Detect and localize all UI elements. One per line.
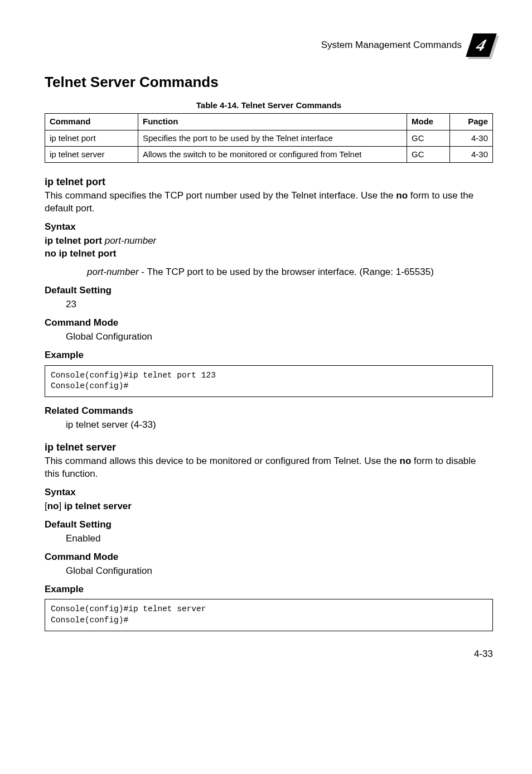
th-mode: Mode xyxy=(407,114,450,130)
desc-no-keyword: no xyxy=(396,190,408,201)
td-mode: GC xyxy=(407,130,450,146)
th-command: Command xyxy=(45,114,138,130)
bracket-close: ] xyxy=(59,501,64,511)
table-row: ip telnet port Specifies the port to be … xyxy=(45,130,493,146)
param-text: - The TCP port to be used by the browser… xyxy=(139,267,434,277)
command-mode-label: Command Mode xyxy=(45,317,493,330)
example-code-block: Console(config)#ip telnet port 123 Conso… xyxy=(45,365,493,397)
table-row: ip telnet server Allows the switch to be… xyxy=(45,146,493,162)
page-header: System Management Commands 4 xyxy=(45,33,493,57)
td-command: ip telnet server xyxy=(45,146,138,162)
param-desc: port-number - The TCP port to be used by… xyxy=(87,266,493,279)
chapter-badge: 4 xyxy=(470,33,493,57)
default-setting-value: 23 xyxy=(66,298,493,311)
td-page: 4-30 xyxy=(450,130,493,146)
example-label: Example xyxy=(45,583,493,596)
command-mode-label: Command Mode xyxy=(45,551,493,564)
default-setting-value: Enabled xyxy=(66,533,493,545)
commands-table: Command Function Mode Page ip telnet por… xyxy=(45,113,493,163)
td-page: 4-30 xyxy=(450,146,493,162)
cmd-heading-ip-telnet-port: ip telnet port xyxy=(45,175,493,188)
desc-text: This command allows this device to be mo… xyxy=(45,456,400,466)
cmd-description: This command allows this device to be mo… xyxy=(45,455,493,481)
syntax-line: ip telnet port port-number xyxy=(45,235,493,248)
syntax-line: no ip telnet port xyxy=(45,248,493,260)
syntax-cmd: ip telnet server xyxy=(64,501,132,511)
desc-no-keyword: no xyxy=(400,456,412,466)
th-page: Page xyxy=(450,114,493,130)
related-commands-label: Related Commands xyxy=(45,405,493,418)
section-heading: Telnet Server Commands xyxy=(45,72,493,92)
syntax-block: [no] ip telnet server xyxy=(45,500,493,513)
command-mode-value: Global Configuration xyxy=(66,331,493,344)
related-commands-value: ip telnet server (4-33) xyxy=(66,419,493,432)
syntax-label: Syntax xyxy=(45,221,493,234)
table-header-row: Command Function Mode Page xyxy=(45,114,493,130)
command-mode-value: Global Configuration xyxy=(66,565,493,578)
syntax-label: Syntax xyxy=(45,486,493,499)
cmd-heading-ip-telnet-server: ip telnet server xyxy=(45,441,493,454)
th-function: Function xyxy=(138,114,407,130)
syntax-cmd: ip telnet port xyxy=(45,235,105,246)
cmd-description: This command specifies the TCP port numb… xyxy=(45,190,493,215)
td-function: Allows the switch to be monitored or con… xyxy=(138,146,407,162)
param-name: port-number xyxy=(87,267,139,277)
header-title: System Management Commands xyxy=(321,39,462,52)
syntax-param: port-number xyxy=(105,235,157,246)
syntax-block: ip telnet port port-number no ip telnet … xyxy=(45,235,493,260)
td-function: Specifies the port to be used by the Tel… xyxy=(138,130,407,146)
default-setting-label: Default Setting xyxy=(45,284,493,297)
table-caption: Table 4-14. Telnet Server Commands xyxy=(45,100,493,111)
syntax-no-keyword: no xyxy=(47,501,59,511)
td-mode: GC xyxy=(407,146,450,162)
td-command: ip telnet port xyxy=(45,130,138,146)
desc-text: This command specifies the TCP port numb… xyxy=(45,190,396,201)
page-number: 4-33 xyxy=(45,648,493,661)
example-label: Example xyxy=(45,349,493,362)
example-code-block: Console(config)#ip telnet server Console… xyxy=(45,599,493,631)
default-setting-label: Default Setting xyxy=(45,519,493,531)
